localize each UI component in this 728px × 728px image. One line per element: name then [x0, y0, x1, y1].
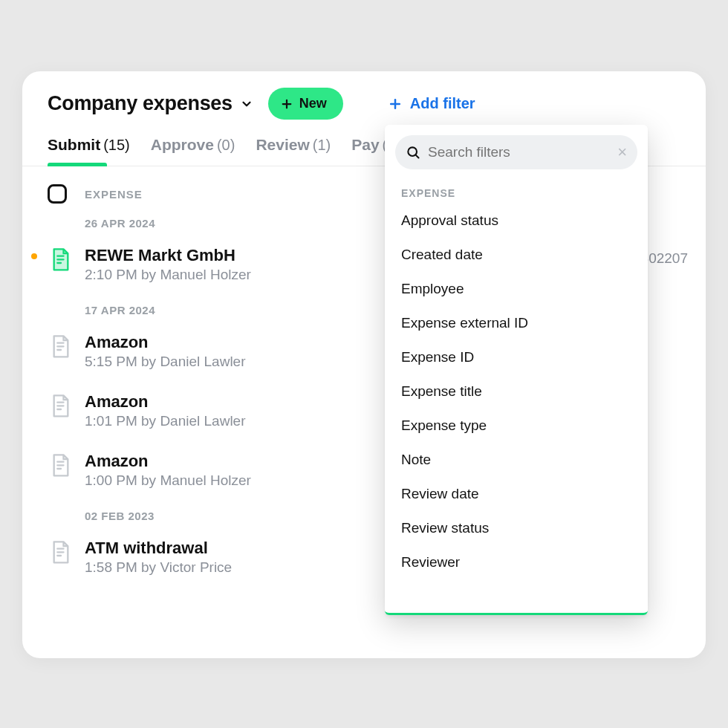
tab-count: (0) [217, 137, 235, 154]
filter-option[interactable]: Expense external ID [385, 306, 648, 340]
header: Company expenses New Add filter [22, 71, 706, 120]
document-icon [51, 394, 71, 418]
svg-line-22 [416, 155, 419, 158]
tab-label: Submit [48, 136, 100, 154]
tab-submit[interactable]: Submit (15) [48, 136, 130, 166]
document-icon [51, 334, 71, 360]
add-filter-label: Add filter [410, 95, 475, 112]
tab-count: (1) [313, 137, 331, 154]
tab-label: Review [256, 136, 309, 154]
plus-icon [388, 97, 403, 111]
view-selector[interactable]: Company expenses [48, 92, 253, 115]
document-icon [51, 540, 71, 565]
filter-option[interactable]: Reviewer [385, 545, 648, 579]
search-icon [406, 145, 420, 160]
column-expense-label: EXPENSE [85, 188, 143, 201]
tab-count: (15) [103, 137, 130, 154]
filter-option[interactable]: Created date [385, 238, 648, 272]
filter-option[interactable]: Expense ID [385, 340, 648, 374]
filter-option[interactable]: Expense type [385, 409, 648, 443]
status-dot-icon [31, 253, 37, 259]
chevron-down-icon [240, 97, 253, 111]
document-icon [51, 247, 71, 273]
page-title: Company expenses [48, 92, 233, 115]
filter-search-wrap: × [395, 135, 637, 169]
filter-search-input[interactable] [428, 144, 610, 160]
document-icon [51, 247, 71, 272]
document-icon [51, 453, 71, 478]
filter-option[interactable]: Expense title [385, 374, 648, 409]
filter-option[interactable]: Review status [385, 511, 648, 545]
plus-icon [280, 97, 293, 111]
document-icon [51, 453, 71, 478]
add-filter-button[interactable]: Add filter [388, 95, 475, 112]
filter-option[interactable]: Employee [385, 272, 648, 306]
filter-option[interactable]: Review date [385, 477, 648, 511]
tab-label: Pay [351, 136, 379, 154]
select-all-checkbox[interactable] [48, 184, 67, 204]
clear-search-icon[interactable]: × [617, 143, 627, 162]
new-button-label: New [299, 96, 327, 111]
filter-option[interactable]: Approval status [385, 204, 648, 238]
filter-option[interactable]: Note [385, 443, 648, 477]
document-icon [51, 334, 71, 359]
filter-dropdown: × EXPENSE Approval statusCreated dateEmp… [385, 125, 648, 615]
document-icon [51, 540, 71, 565]
tab-label: Approve [151, 136, 214, 154]
tab-approve[interactable]: Approve (0) [151, 136, 235, 166]
tab-review[interactable]: Review (1) [256, 136, 331, 166]
document-icon [51, 394, 71, 419]
filter-section-label: EXPENSE [385, 177, 648, 204]
new-button[interactable]: New [268, 88, 343, 120]
